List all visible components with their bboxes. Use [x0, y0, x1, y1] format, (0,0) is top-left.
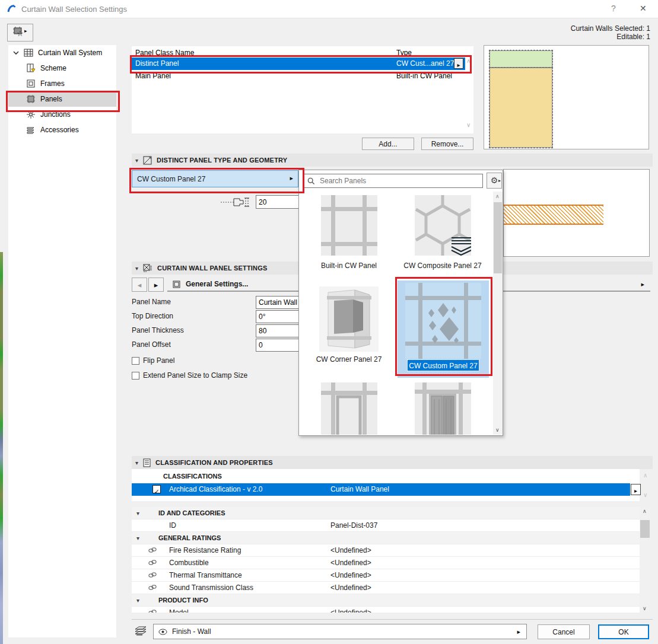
row-name: Distinct Panel — [135, 59, 179, 68]
tile-label: Built-in CW Panel — [304, 262, 394, 270]
scroll-up-icon[interactable]: ∧ — [643, 473, 647, 479]
sidebar-item-label: Panels — [40, 95, 62, 103]
panel-thickness-input[interactable]: 20 — [256, 195, 300, 209]
property-label: Fire Resistance Rating — [169, 546, 241, 554]
field-value: Curtain Wall — [259, 298, 297, 307]
curtain-wall-settings-dialog: Curtain Wall Selection Settings ? ✕ ☆ ▸ … — [0, 0, 658, 644]
frames-icon — [26, 79, 36, 88]
sidebar-item-frames[interactable]: Frames — [8, 76, 116, 91]
flip-panel-checkbox[interactable] — [132, 357, 139, 365]
arrow-right-icon: ▸ — [641, 280, 644, 288]
panel-tile-partial-left[interactable] — [304, 382, 394, 435]
scroll-down-icon[interactable]: ∨ — [466, 122, 471, 128]
scrollbar-thumb[interactable] — [494, 202, 502, 273]
close-icon[interactable]: ✕ — [640, 4, 647, 13]
collapse-triangle-icon: ▾ — [136, 535, 139, 541]
column-header-name: Panel Class Name — [135, 49, 194, 57]
browser-scrollbar[interactable]: ∧ ∨ — [493, 192, 503, 435]
panel-tile-corner[interactable]: CW Corner Panel 27 — [304, 286, 394, 364]
property-group-header[interactable]: ▾ PRODUCT INFO — [132, 594, 640, 607]
scrollbar-thumb[interactable] — [640, 520, 650, 538]
property-value: <Undefined> — [330, 559, 371, 567]
panel-tile-partial-right[interactable] — [398, 382, 488, 435]
panel-thickness-icon — [220, 196, 252, 208]
group-title: GENERAL RATINGS — [158, 534, 221, 541]
table-row[interactable]: Distinct Panel CW Cust...anel 27 ▸ — [132, 58, 465, 70]
panel-type-dropdown[interactable]: CW Custom Panel 27 ▸ — [132, 170, 298, 187]
field-value: 0° — [259, 313, 265, 321]
property-label: ID — [169, 521, 176, 530]
property-row[interactable]: Thermal Transmittance <Undefined> — [132, 569, 640, 582]
field-label: Panel Thickness — [132, 326, 184, 334]
sidebar-item-curtain-wall-system[interactable]: Curtain Wall System — [8, 45, 116, 60]
properties-scrollbar[interactable]: ∧ ∨ — [640, 507, 650, 613]
linked-property-icon — [148, 547, 157, 554]
table-row[interactable]: Main Panel Built-in CW Panel — [132, 70, 465, 82]
prev-page-button[interactable]: ◂ — [132, 278, 147, 292]
layer-value: Finish - Wall — [172, 627, 211, 636]
property-row[interactable]: Combustible <Undefined> — [132, 557, 640, 569]
row-type: CW Cust...anel 27 — [396, 59, 454, 68]
arrow-right-icon: ▸ — [634, 487, 637, 494]
arrow-left-icon: ◂ — [138, 280, 142, 289]
sidebar-item-scheme[interactable]: Scheme — [8, 60, 116, 76]
search-input[interactable] — [319, 176, 469, 186]
classification-row[interactable]: ✓ Archicad Classification - v 2.0 Curtai… — [132, 483, 630, 496]
ok-button[interactable]: OK — [598, 624, 649, 639]
scroll-up-icon[interactable]: ∧ — [466, 58, 471, 64]
panel-hatch-band — [504, 205, 603, 225]
property-group-header[interactable]: ▾ GENERAL RATINGS — [132, 532, 640, 544]
property-group-header[interactable]: ▾ ID AND CATEGORIES — [132, 507, 640, 519]
property-row[interactable]: ID Panel-Dist-037 — [132, 519, 640, 532]
property-row[interactable]: Fire Resistance Rating <Undefined> — [132, 544, 640, 557]
sidebar-item-panels[interactable]: Panels — [8, 91, 116, 107]
type-flyout-button[interactable]: ▸ — [454, 58, 463, 69]
chevron-down-icon — [13, 50, 19, 56]
footer-divider — [132, 619, 653, 620]
classification-flyout-button[interactable]: ▸ — [631, 484, 641, 495]
scroll-up-icon[interactable]: ∧ — [495, 193, 500, 199]
next-page-button[interactable]: ▸ — [148, 278, 164, 292]
collapse-triangle-icon: ▾ — [136, 510, 139, 517]
arrow-right-icon: ▸ — [457, 62, 460, 68]
dialog-title: Curtain Wall Selection Settings — [21, 5, 127, 14]
preview-main-panel — [489, 68, 552, 148]
section-classification-header[interactable]: ▾ CLASSIFICATION AND PROPERTIES — [132, 456, 653, 469]
property-value: <Undefined> — [330, 608, 371, 613]
search-box[interactable] — [304, 174, 483, 188]
scroll-down-icon[interactable]: ∨ — [643, 605, 647, 611]
cancel-button[interactable]: Cancel — [538, 624, 590, 639]
general-settings-icon — [172, 280, 181, 289]
panel-class-table: Panel Class Name Type Distinct Panel CW … — [132, 46, 473, 133]
scroll-down-icon[interactable]: ∨ — [643, 492, 647, 498]
tile-label: CW Custom Panel 27 — [409, 362, 477, 370]
help-button[interactable]: ? — [611, 4, 616, 13]
column-header-type: Type — [396, 49, 412, 57]
panel-tile-custom[interactable]: CW Custom Panel 27 — [398, 280, 489, 378]
sidebar-item-junctions[interactable]: Junctions — [8, 107, 116, 122]
thickness-value: 20 — [259, 198, 266, 206]
extend-panel-checkbox[interactable] — [132, 372, 139, 380]
remove-button[interactable]: Remove... — [421, 138, 473, 150]
tile-label: CW Corner Panel 27 — [304, 355, 394, 364]
property-row[interactable]: Sound Transmission Class <Undefined> — [132, 582, 640, 594]
panel-tile-built-in[interactable]: Built-in CW Panel — [304, 195, 394, 270]
scroll-up-icon[interactable]: ∧ — [643, 508, 647, 514]
app-logo-icon — [7, 4, 17, 14]
arrow-right-icon: ▸ — [517, 628, 520, 636]
add-button[interactable]: Add... — [362, 138, 414, 150]
search-icon — [307, 177, 315, 185]
browser-settings-button[interactable]: ⚙ ▸ — [487, 173, 502, 189]
panel-tile-composite[interactable]: CW Composite Panel 27 — [398, 195, 488, 270]
row-type: Built-in CW Panel — [396, 72, 452, 80]
favorites-button[interactable]: ☆ ▸ — [7, 24, 33, 42]
tile-label: CW Composite Panel 27 — [398, 262, 488, 270]
collapse-triangle-icon: ▾ — [135, 460, 138, 466]
row-name: Main Panel — [135, 72, 171, 80]
classification-checkbox[interactable]: ✓ — [152, 485, 161, 493]
section-distinct-panel-header[interactable]: ▾ DISTINCT PANEL TYPE AND GEOMETRY — [132, 154, 653, 167]
scroll-down-icon[interactable]: ∨ — [495, 427, 500, 433]
layer-dropdown[interactable]: Finish - Wall ▸ — [153, 624, 527, 639]
sidebar-item-accessories[interactable]: Accessories — [8, 122, 116, 138]
property-row[interactable]: Model <Undefined> — [132, 607, 640, 613]
